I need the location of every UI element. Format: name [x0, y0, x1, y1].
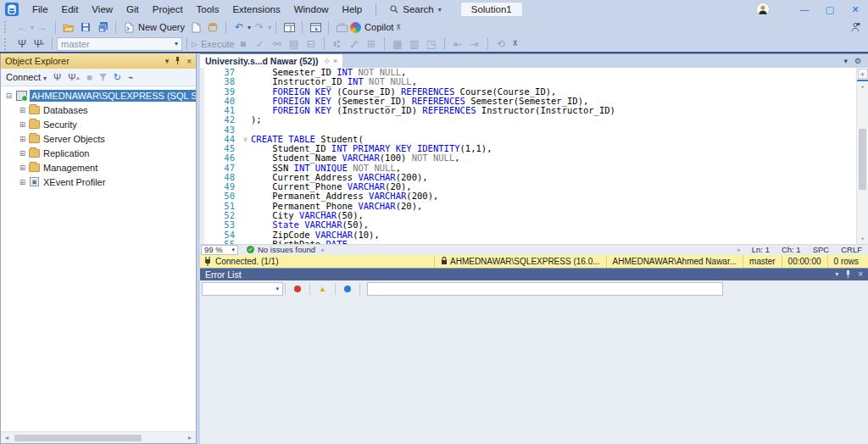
send-feedback-icon[interactable]: [848, 20, 863, 34]
window-position-icon[interactable]: ▾: [835, 270, 838, 278]
undo-icon[interactable]: ↶: [231, 20, 247, 34]
expand-icon[interactable]: ⊞: [18, 135, 27, 143]
menu-window[interactable]: Window: [287, 3, 336, 16]
errors-filter-button[interactable]: [287, 282, 308, 296]
pin-icon[interactable]: [845, 270, 851, 279]
toolbar-overflow-icon[interactable]: ⊼: [513, 40, 518, 47]
close-tab-icon[interactable]: ×: [333, 57, 337, 65]
refresh-icon[interactable]: ↻: [114, 72, 121, 83]
scrollbar-thumb[interactable]: [859, 129, 866, 190]
messages-filter-button[interactable]: [337, 282, 358, 296]
disconnect-icon[interactable]: Ψ×: [68, 72, 80, 82]
cancel-query-icon[interactable]: ■: [236, 37, 251, 51]
code-line[interactable]: );: [251, 115, 856, 125]
menu-view[interactable]: View: [85, 3, 120, 16]
menu-project[interactable]: Project: [146, 3, 190, 16]
specify-values-icon[interactable]: ⟲: [493, 37, 509, 51]
window-layout-icon[interactable]: [281, 20, 297, 34]
undo-dropdown-icon[interactable]: ▾: [248, 24, 251, 31]
restore-button[interactable]: ▢: [817, 1, 843, 18]
new-query-label[interactable]: New Query: [138, 22, 185, 32]
menu-edit[interactable]: Edit: [55, 3, 86, 16]
solution-name[interactable]: Solution1: [460, 2, 523, 17]
tab-options-icon[interactable]: ⚙: [854, 57, 861, 65]
copilot-dropdown-icon[interactable]: ⊼: [396, 24, 401, 31]
close-icon[interactable]: ×: [186, 57, 192, 66]
editor-hscrollbar[interactable]: ◂ ▸: [320, 247, 741, 253]
object-explorer-hscrollbar[interactable]: ◂ ▸: [1, 431, 196, 443]
scroll-right-icon[interactable]: ▸: [184, 434, 196, 441]
object-explorer-titlebar[interactable]: Object Explorer ▾ ×: [1, 53, 196, 69]
collapse-region-icon[interactable]: ∨: [240, 135, 251, 144]
split-window-handle[interactable]: ✛: [858, 69, 868, 79]
collapse-icon[interactable]: ⊟: [4, 92, 14, 100]
tree-node-databases[interactable]: ⊞Databases: [1, 103, 196, 117]
new-query-icon[interactable]: [121, 20, 136, 34]
scroll-right-icon[interactable]: ▸: [737, 247, 741, 253]
live-stats-icon[interactable]: ⑇: [347, 37, 362, 51]
decrease-indent-icon[interactable]: ⇤: [450, 37, 465, 51]
comment-selection-icon[interactable]: ▦: [390, 37, 405, 51]
menu-tools[interactable]: Tools: [190, 3, 226, 16]
open-file-icon[interactable]: [61, 20, 76, 34]
health-indicator-icon[interactable]: ✓: [247, 246, 254, 253]
results-file-icon[interactable]: ⊟: [303, 37, 319, 51]
window-position-icon[interactable]: ▾: [165, 57, 170, 65]
execute-button[interactable]: ▷ Execute: [192, 39, 235, 49]
toolbar-grip[interactable]: [4, 38, 9, 50]
database-engine-query-icon[interactable]: [205, 20, 220, 34]
editor-vscrollbar[interactable]: ✛ ▴ ▾: [856, 68, 868, 244]
redo-dropdown-icon[interactable]: ▾: [268, 24, 271, 31]
tab-university-sql[interactable]: University.s...d Nawar (52)) ⊹ ×: [200, 54, 342, 68]
tree-node-server-objects[interactable]: ⊞Server Objects: [1, 131, 196, 146]
scrollbar-thumb[interactable]: [14, 435, 142, 441]
space-mode-indicator[interactable]: SPC: [807, 245, 836, 254]
increase-indent-icon[interactable]: ⇥: [467, 37, 482, 51]
pin-tab-icon[interactable]: ⊹: [323, 57, 330, 65]
sqlcmd-mode-icon[interactable]: ◳: [424, 37, 439, 51]
status-user-name[interactable]: AHMEDNAWAR\Ahmed Nawar...: [606, 255, 743, 268]
error-scope-dropdown[interactable]: ▾: [202, 282, 283, 296]
estimated-plan-icon[interactable]: ⚯: [270, 37, 285, 51]
toolbox-icon[interactable]: [334, 20, 349, 34]
expand-icon[interactable]: ⊞: [18, 106, 27, 114]
expand-icon[interactable]: ⊞: [18, 164, 27, 172]
redo-icon[interactable]: ↷: [252, 20, 267, 34]
warnings-filter-button[interactable]: ▲: [312, 282, 333, 296]
error-list-titlebar[interactable]: Error List ▾ ×: [200, 269, 868, 280]
activity-monitor-icon[interactable]: ⌁: [128, 72, 134, 83]
results-grid-icon[interactable]: ▤: [287, 37, 302, 51]
eol-indicator[interactable]: CRLF: [835, 245, 868, 254]
minimize-button[interactable]: —: [792, 1, 817, 18]
tree-node-server[interactable]: ⊟AHMEDNAWAR\SQLEXPRESS (SQL Server 16.0.…: [1, 88, 196, 103]
expand-icon[interactable]: ⊞: [18, 178, 27, 186]
stop-icon[interactable]: ■: [86, 72, 92, 82]
code-line[interactable]: FOREIGN KEY (Instructor_ID) REFERENCES I…: [251, 106, 856, 115]
back-dropdown-icon[interactable]: ▾: [31, 24, 34, 31]
change-connection-icon[interactable]: Ψ×: [31, 37, 47, 51]
menu-extensions[interactable]: Extensions: [225, 3, 287, 16]
status-row-count[interactable]: 0 rows: [827, 255, 865, 268]
connect-server-icon[interactable]: Ψ: [53, 72, 61, 82]
status-database-name[interactable]: master: [743, 255, 782, 268]
save-icon[interactable]: [78, 20, 93, 34]
expand-icon[interactable]: ⊞: [18, 120, 27, 129]
search-control[interactable]: Search ▾: [383, 3, 448, 16]
outline-margin[interactable]: ∨∨: [240, 68, 251, 244]
scroll-down-icon[interactable]: ▾: [860, 234, 864, 244]
menu-git[interactable]: Git: [120, 3, 146, 16]
scroll-up-icon[interactable]: ▴: [860, 81, 864, 92]
error-search-input[interactable]: [367, 282, 723, 296]
column-indicator[interactable]: Ch: 1: [776, 245, 807, 254]
connect-dropdown[interactable]: Connect ▾: [6, 72, 47, 82]
tree-node-security[interactable]: ⊞Security: [1, 117, 196, 131]
connect-icon[interactable]: Ψ: [14, 37, 30, 51]
code-content[interactable]: Semester_ID INT NOT NULL, Instructor_ID …: [251, 68, 856, 244]
code-editor[interactable]: 3738394041424344454647484950515253545556…: [200, 68, 868, 244]
client-statistics-icon[interactable]: ⊞: [364, 37, 379, 51]
navigate-back-icon[interactable]: ←: [14, 20, 30, 34]
pin-icon[interactable]: [175, 57, 181, 65]
close-button[interactable]: ✕: [843, 1, 868, 18]
zoom-select[interactable]: 99 % ▾: [201, 245, 238, 255]
scrollbar-track[interactable]: [857, 92, 868, 234]
